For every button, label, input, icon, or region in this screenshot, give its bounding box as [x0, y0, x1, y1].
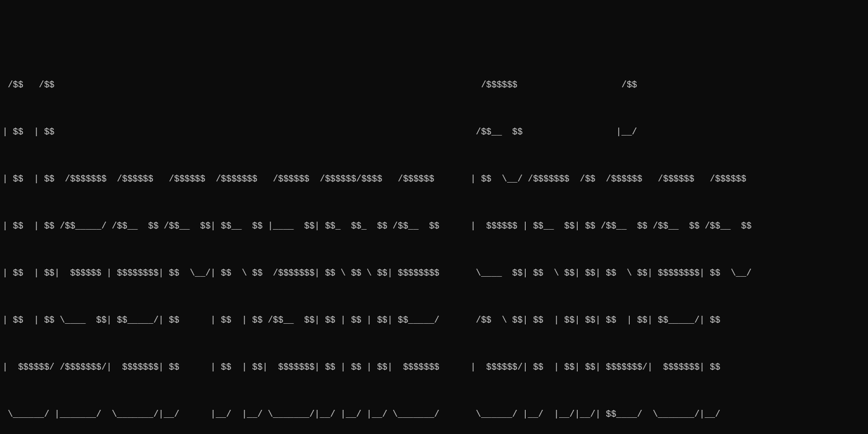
ascii-line: | $$ | $$| $$$$$$ | $$$$$$$$| $$ \__/| $…: [2, 261, 866, 285]
ascii-banner: /$$ /$$ /$$$$$$ /$$ | $$ | $$: [2, 50, 866, 434]
ascii-line: | $$$$$$/ /$$$$$$$/| $$$$$$$| $$ | $$ | …: [2, 355, 866, 379]
ascii-line: /$$ /$$ /$$$$$$ /$$: [2, 73, 866, 97]
ascii-line: \______/ |_______/ \_______/|__/ |__/ |_…: [2, 402, 866, 426]
ascii-line: | $$ | $$ /$$_____/ /$$__ $$ /$$__ $$| $…: [2, 214, 866, 238]
ascii-line: | $$ | $$ \____ $$| $$_____/| $$ | $$ | …: [2, 308, 866, 332]
ascii-line: | $$ | $$ /$$__ $$ |__/: [2, 120, 866, 144]
ascii-line: | $$ | $$ /$$$$$$$ /$$$$$$ /$$$$$$ /$$$$…: [2, 167, 866, 191]
